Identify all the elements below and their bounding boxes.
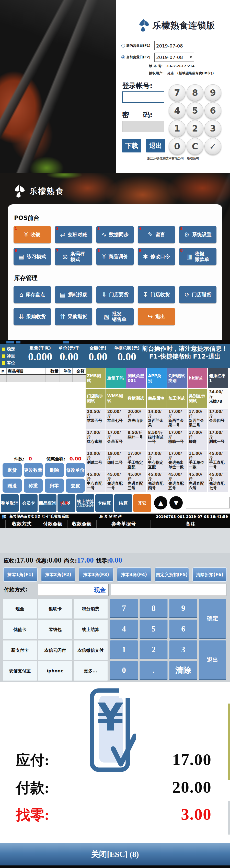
product-cell[interactable]: 45.00/斤 手工直配一号 <box>208 451 228 471</box>
payment-method-button[interactable]: 农信云闪付 <box>38 640 72 660</box>
category-tab[interactable]: 健康红枣1 <box>208 368 228 388</box>
new-day-date-input[interactable]: 2019-07-08 <box>154 41 194 50</box>
pos-bottom-button[interactable]: 结算 <box>114 494 132 512</box>
product-cell[interactable]: 17.00/斤 新西兰金果三号 <box>188 409 207 429</box>
confirm-button[interactable]: 确定 <box>199 599 226 639</box>
action-button[interactable]: 去皮 <box>66 478 85 493</box>
product-cell[interactable]: 45.00/斤 中心直配一号 <box>86 471 106 492</box>
product-cell[interactable]: 20.00/斤 苹果七号 <box>106 409 126 429</box>
product-cell[interactable]: 17.00/斤 手工指定直配 <box>126 451 146 471</box>
menu-button[interactable]: 5 ⚙ 系统设置 <box>179 226 217 243</box>
action-button[interactable]: 修改单价 <box>66 463 85 477</box>
quick-discount-button[interactable]: 自定义折扣(F5) <box>154 567 189 582</box>
keypad-key[interactable]: 6 <box>169 620 197 639</box>
keypad-key[interactable]: 6 <box>204 102 221 119</box>
product-cell[interactable]: 17.00/斤 金果四号 <box>208 409 228 429</box>
keypad-key[interactable]: 3 <box>204 120 221 137</box>
menu-button[interactable]: ▤ 损耗报废 <box>55 286 92 303</box>
amount-input[interactable] <box>111 584 226 596</box>
keypad-key[interactable]: 3 <box>169 640 197 659</box>
pos-bottom-button[interactable]: 卡结算 <box>95 494 113 512</box>
menu-button[interactable]: ▧ 批发 销售单 <box>96 308 134 326</box>
keypad-key[interactable]: 7 <box>169 84 185 101</box>
keypad-key[interactable]: 0 <box>169 138 185 155</box>
keypad-key[interactable]: 9 <box>169 599 197 618</box>
quick-discount-button[interactable]: 抹零1角(F1) <box>3 567 37 582</box>
product-cell[interactable]: 45.00/斤 先进直配一号 <box>106 471 126 492</box>
pos-bottom-button[interactable]: 其它 <box>133 494 151 512</box>
payment-method-button[interactable]: 零钱包 <box>38 620 72 640</box>
menu-button[interactable]: ⇊ 采购收货 <box>13 308 51 326</box>
category-tab[interactable]: 商品属性 <box>147 389 167 408</box>
category-tab[interactable]: 加工测试 <box>167 389 187 408</box>
keypad-key[interactable]: 1 <box>169 120 185 137</box>
action-button[interactable]: 归零 <box>45 478 64 493</box>
action-button[interactable]: 退货 <box>3 463 22 477</box>
exit-button[interactable]: 退出 <box>146 139 165 152</box>
action-button[interactable]: 称重 <box>24 478 43 493</box>
keypad-key[interactable]: ✓ <box>204 138 221 155</box>
keypad-key[interactable]: 4 <box>110 620 138 639</box>
menu-button[interactable]: 8 ¥ 商品调价 <box>96 248 134 265</box>
menu-button[interactable]: 7 ⚖ 条码秤 模式 <box>55 248 92 265</box>
keypad-key[interactable]: 5 <box>140 620 168 639</box>
password-input[interactable] <box>122 121 164 132</box>
keypad-key[interactable]: . <box>140 661 168 680</box>
keypad-key[interactable]: 8 <box>140 599 168 618</box>
category-tab[interactable]: APP类别 <box>147 368 167 388</box>
payment-method-button[interactable]: 积分消费 <box>73 599 108 619</box>
quick-discount-button[interactable]: 抹零2角(F2) <box>41 567 76 582</box>
product-cell[interactable]: 20.50/斤 苹果五号 <box>86 409 106 429</box>
payway-selected[interactable]: 现金 <box>38 584 109 596</box>
sale-table-empty-row[interactable] <box>0 375 86 382</box>
close-button[interactable]: 关闭[ESC] (8) <box>0 843 230 865</box>
keypad-key[interactable]: 8 <box>186 84 203 101</box>
product-cell[interactable]: 17.00/斤 红心蜜柚 <box>86 430 106 450</box>
quick-discount-button[interactable]: 抹零4角(F4) <box>117 567 151 582</box>
payment-method-button[interactable]: 农信微信支付 <box>73 640 108 660</box>
keypad-key[interactable]: 2 <box>140 640 168 659</box>
menu-button[interactable]: ↪ 退出 <box>138 308 175 326</box>
menu-button[interactable]: ⌂ 库存盘点 <box>13 286 51 303</box>
current-day-date-select[interactable]: 2019-07-08 <box>154 53 194 62</box>
product-cell[interactable]: 17.00/斤 辅助一号 <box>167 430 187 450</box>
quick-discount-button[interactable]: 清除折扣(F6) <box>193 567 227 582</box>
payment-method-button[interactable]: 农信支付宝 <box>3 661 37 681</box>
pos-bottom-button[interactable]: 线上结算 支付宝/微信等 <box>77 494 94 512</box>
product-cell[interactable]: 11.00/斤 手工单位一致 <box>188 451 207 471</box>
category-tab[interactable]: CJM测试类别 <box>167 368 187 388</box>
new-day-radio[interactable] <box>121 44 125 48</box>
pos-bottom-button[interactable]: 会员卡 <box>20 494 37 512</box>
payment-method-button[interactable]: iphone <box>38 661 72 681</box>
pos-bottom-button[interactable]: 整单取消 <box>1 494 19 512</box>
category-tab[interactable]: ZMS测试 <box>86 368 106 388</box>
payment-method-button[interactable]: 银联卡 <box>38 599 72 619</box>
account-input[interactable] <box>122 91 164 103</box>
menu-button[interactable]: ⇈ 采购退货 <box>55 308 92 326</box>
product-cell[interactable]: 17.00/斤 柿饼 <box>188 430 207 450</box>
category-tab[interactable]: 数据测试 <box>126 389 146 408</box>
scroll-up-button[interactable]: ▲ <box>154 496 167 509</box>
quick-discount-button[interactable]: 抹零3角(F3) <box>79 567 113 582</box>
category-tab[interactable]: 重复了吗 <box>106 368 126 388</box>
payment-method-button[interactable]: 现金 <box>3 599 37 619</box>
product-cell[interactable]: 8.50/斤 绿叶测试一号 <box>147 430 167 450</box>
menu-button[interactable]: 4 ✎ 留言 <box>138 226 175 243</box>
scroll-down-button[interactable]: ▼ <box>169 496 183 509</box>
pos-bottom-button[interactable]: 挂单 挂单 <box>57 494 76 512</box>
download-button[interactable]: 下载 <box>122 139 141 152</box>
product-cell[interactable]: 17.00/斤 新西兰金果一号 <box>167 409 187 429</box>
category-tab[interactable]: 类别显示测试 <box>188 389 207 408</box>
product-cell[interactable]: 19.00/斤 绿叶二号 <box>106 451 126 471</box>
pos-bottom-button[interactable]: 商品查询 <box>38 494 56 512</box>
keypad-key[interactable]: 7 <box>110 599 138 618</box>
keypad-key[interactable]: C <box>186 138 203 155</box>
keypad-key[interactable]: 2 <box>186 120 203 137</box>
menu-button[interactable]: 6 ▤ 练习模式 <box>13 248 51 265</box>
product-cell[interactable]: 45.00/斤 先进直配四号 <box>147 471 167 492</box>
payment-method-button[interactable]: 更多... <box>73 661 108 681</box>
menu-button[interactable]: ↧ 门店收货 <box>138 286 175 303</box>
product-cell[interactable]: 17.00/斤 中心指定直配 <box>147 451 167 471</box>
product-cell[interactable]: 10.00/斤 测试二号 <box>86 451 106 471</box>
product-cell[interactable]: 45.00/斤 先进直配七号 <box>208 471 228 492</box>
